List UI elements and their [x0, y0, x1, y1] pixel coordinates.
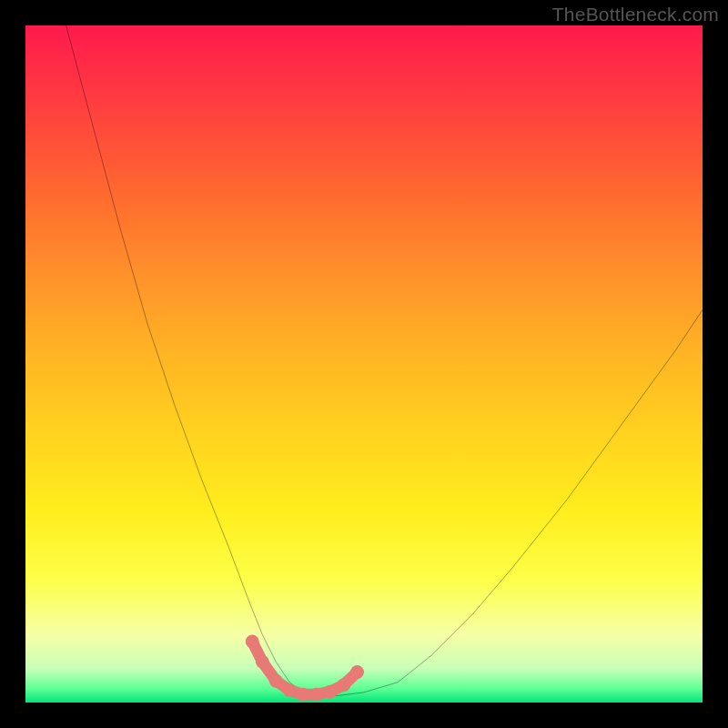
optimal-band-dot: [269, 674, 283, 688]
watermark-text: TheBottleneck.com: [552, 4, 719, 25]
optimal-band-dot: [309, 688, 323, 702]
optimal-band-dot: [246, 635, 259, 649]
chart-svg: [25, 25, 703, 703]
chart-frame: TheBottleneck.com: [0, 0, 728, 728]
curve-layer: [25, 25, 703, 703]
optimal-band-dot: [350, 665, 364, 679]
plot-area: [25, 25, 703, 703]
optimal-band-dot: [337, 678, 350, 692]
optimal-band-dot: [256, 655, 269, 669]
bottleneck-curve: [66, 25, 703, 696]
optimal-band-dot: [323, 685, 337, 699]
optimal-band-dot: [297, 688, 310, 702]
optimal-band-dots: [246, 635, 364, 702]
optimal-band-dot: [283, 683, 297, 697]
